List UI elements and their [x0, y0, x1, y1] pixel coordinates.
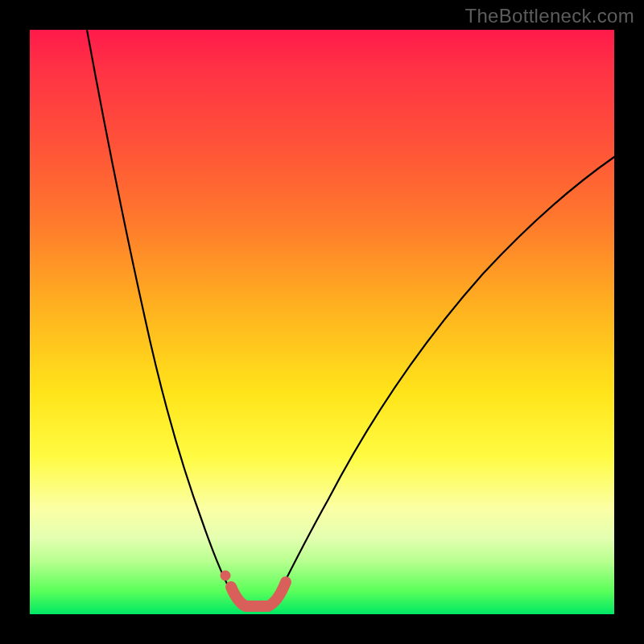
chart-frame: TheBottleneck.com [0, 0, 644, 644]
trough-marker-path [231, 582, 286, 606]
curve-right [278, 157, 614, 596]
curve-left [87, 30, 233, 596]
curve-overlay [0, 0, 644, 644]
trough-marker-dot [221, 571, 231, 581]
